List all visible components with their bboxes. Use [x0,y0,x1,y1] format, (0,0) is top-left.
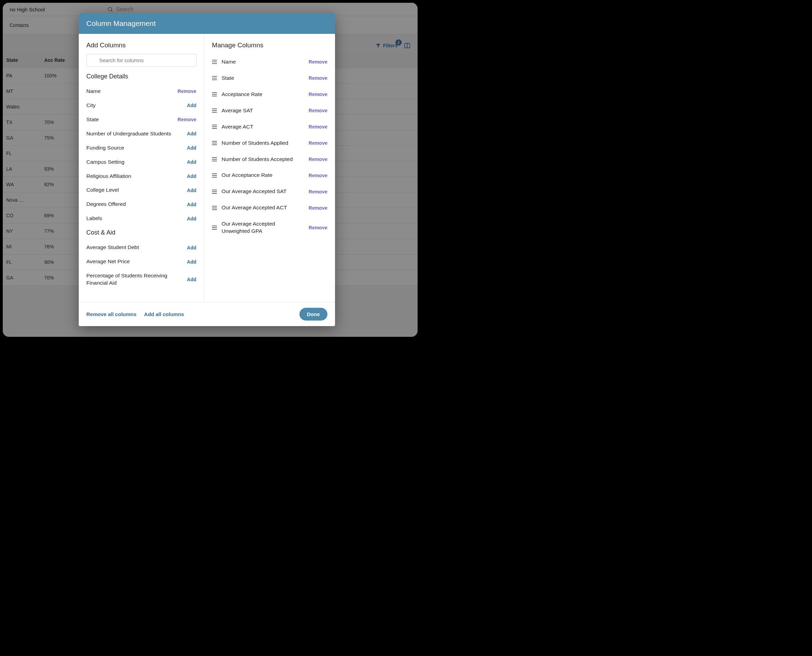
remove-column-button[interactable]: Remove [309,225,328,231]
remove-column-button[interactable]: Remove [178,117,196,122]
manage-columns-pane: Manage Columns NameRemoveStateRemoveAcce… [204,34,335,302]
available-column-row: Religious AffiliationAdd [87,169,196,183]
remove-column-button[interactable]: Remove [309,189,328,195]
remove-column-button[interactable]: Remove [309,205,328,211]
managed-column-label: State [222,74,304,82]
managed-column-label: Average SAT [222,107,304,114]
add-columns-title: Add Columns [87,42,196,49]
column-label: Degrees Offered [87,201,187,208]
available-column-row: Funding SourceAdd [87,141,196,155]
add-column-button[interactable]: Add [187,216,196,221]
managed-column-label: Acceptance Rate [222,91,304,98]
available-column-row: Average Student DebtAdd [87,240,196,255]
add-column-button[interactable]: Add [187,145,196,151]
managed-column-label: Our Average Accepted Unweighted GPA [222,220,304,235]
column-group-title: Cost & Aid [87,229,196,236]
available-column-row: Campus SettingAdd [87,155,196,169]
managed-column-row: Acceptance RateRemove [212,87,328,103]
add-column-button[interactable]: Add [187,245,196,251]
managed-column-label: Our Average Accepted ACT [222,204,304,211]
available-column-row: StateRemove [87,113,196,127]
remove-column-button[interactable]: Remove [309,91,328,97]
manage-columns-title: Manage Columns [212,42,328,49]
remove-column-button[interactable]: Remove [309,140,328,146]
managed-column-row: Average ACTRemove [212,119,328,135]
managed-column-label: Number of Students Accepted [222,156,304,163]
column-label: College Level [87,187,187,194]
remove-column-button[interactable]: Remove [309,124,328,130]
column-label: Name [87,88,178,95]
add-column-button[interactable]: Add [187,103,196,108]
managed-column-row: Our Average Accepted ACTRemove [212,200,328,216]
add-column-button[interactable]: Add [187,159,196,165]
available-column-row: Degrees OfferedAdd [87,197,196,211]
modal-footer: Remove all columns Add all columns Done [79,302,335,326]
managed-column-row: Our Average Accepted Unweighted GPARemov… [212,216,328,240]
drag-handle-icon[interactable] [212,173,217,178]
column-label: Funding Source [87,144,187,152]
drag-handle-icon[interactable] [212,141,217,145]
add-column-button[interactable]: Add [187,259,196,265]
drag-handle-icon[interactable] [212,108,217,113]
managed-column-row: Our Average Accepted SATRemove [212,183,328,200]
column-search-input[interactable] [87,54,196,67]
managed-column-row: Number of Students AcceptedRemove [212,151,328,167]
managed-column-label: Average ACT [222,123,304,131]
column-label: Average Student Debt [87,244,187,251]
available-column-row: Percentage of Students Receiving Financi… [87,269,196,290]
column-label: City [87,102,187,109]
remove-column-button[interactable]: Remove [309,173,328,178]
add-column-button[interactable]: Add [187,187,196,193]
column-management-modal: Column Management Add Columns College De… [79,13,335,326]
remove-column-button[interactable]: Remove [309,156,328,162]
drag-handle-icon[interactable] [212,157,217,161]
managed-column-label: Number of Students Applied [222,139,304,147]
column-label: Labels [87,215,187,222]
managed-column-row: StateRemove [212,70,328,87]
column-group-title: College Details [87,73,196,80]
column-label: Percentage of Students Receiving Financi… [87,272,187,287]
drag-handle-icon[interactable] [212,125,217,129]
drag-handle-icon[interactable] [212,76,217,80]
add-column-button[interactable]: Add [187,131,196,136]
remove-column-button[interactable]: Remove [309,75,328,81]
managed-column-row: Our Acceptance RateRemove [212,167,328,183]
managed-column-row: Average SATRemove [212,103,328,119]
remove-all-columns-button[interactable]: Remove all columns [87,311,136,317]
drag-handle-icon[interactable] [212,206,217,210]
add-columns-pane: Add Columns College DetailsNameRemoveCit… [79,34,204,302]
available-column-row: CityAdd [87,99,196,113]
column-label: Average Net Price [87,258,187,265]
column-label: Campus Setting [87,159,187,166]
modal-body: Add Columns College DetailsNameRemoveCit… [79,34,335,302]
remove-column-button[interactable]: Remove [309,108,328,113]
managed-column-label: Our Average Accepted SAT [222,188,304,195]
available-column-row: Average Net PriceAdd [87,255,196,269]
drag-handle-icon[interactable] [212,60,217,64]
managed-column-row: Number of Students AppliedRemove [212,135,328,151]
done-button[interactable]: Done [300,308,328,320]
drag-handle-icon[interactable] [212,190,217,194]
available-column-row: Number of Undergraduate StudentsAdd [87,127,196,141]
add-column-button[interactable]: Add [187,277,196,282]
managed-column-label: Our Acceptance Rate [222,172,304,179]
column-search-wrap [87,54,196,67]
modal-title: Column Management [79,13,335,34]
column-label: State [87,116,178,123]
managed-column-row: NameRemove [212,54,328,70]
add-all-columns-button[interactable]: Add all columns [144,311,184,317]
add-column-button[interactable]: Add [187,173,196,179]
available-column-row: LabelsAdd [87,211,196,226]
column-label: Religious Affiliation [87,173,187,180]
column-label: Number of Undergraduate Students [87,130,187,138]
remove-column-button[interactable]: Remove [309,59,328,65]
managed-column-label: Name [222,58,304,66]
drag-handle-icon[interactable] [212,226,217,230]
remove-column-button[interactable]: Remove [178,88,196,94]
available-column-row: NameRemove [87,84,196,99]
drag-handle-icon[interactable] [212,92,217,96]
add-column-button[interactable]: Add [187,202,196,207]
available-column-row: College LevelAdd [87,183,196,197]
